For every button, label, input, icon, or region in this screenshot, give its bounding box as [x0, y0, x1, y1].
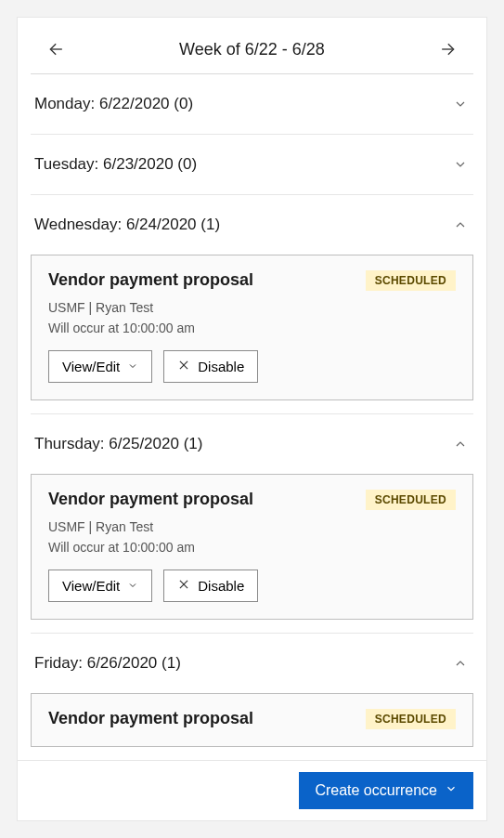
schedule-panel: Week of 6/22 - 6/28 Monday: 6/22/2020 (0… — [17, 17, 487, 821]
chevron-down-icon — [127, 578, 138, 594]
day-section: Monday: 6/22/2020 (0) — [31, 74, 473, 135]
disable-button[interactable]: Disable — [163, 570, 258, 602]
chevron-up-icon — [453, 656, 468, 671]
week-navigator: Week of 6/22 - 6/28 — [18, 18, 486, 73]
arrow-left-icon — [47, 40, 66, 59]
status-badge: SCHEDULED — [366, 490, 456, 510]
occurrence-card: Vendor payment proposal SCHEDULED USMF |… — [31, 255, 473, 400]
day-label: Monday: 6/22/2020 (0) — [34, 95, 193, 113]
view-edit-button[interactable]: View/Edit — [48, 350, 152, 383]
chevron-up-icon — [453, 217, 468, 232]
occurrence-card: Vendor payment proposal SCHEDULED USMF |… — [31, 474, 473, 620]
chevron-up-icon — [453, 437, 468, 452]
create-occurrence-label: Create occurrence — [315, 782, 437, 799]
day-label: Wednesday: 6/24/2020 (1) — [34, 216, 220, 234]
view-edit-label: View/Edit — [62, 359, 120, 374]
close-icon — [177, 578, 190, 594]
disable-label: Disable — [198, 578, 244, 594]
occurrence-subtitle: USMF | Ryan Test — [48, 519, 456, 534]
status-badge: SCHEDULED — [366, 270, 456, 291]
status-badge: SCHEDULED — [366, 709, 456, 729]
day-label: Thursday: 6/25/2020 (1) — [34, 435, 202, 453]
disable-button[interactable]: Disable — [163, 350, 258, 383]
chevron-down-icon — [453, 97, 468, 111]
day-header-toggle[interactable]: Wednesday: 6/24/2020 (1) — [31, 195, 473, 255]
occurrence-time: Will occur at 10:00:00 am — [48, 540, 456, 555]
day-section: Thursday: 6/25/2020 (1) Vendor payment p… — [31, 414, 473, 634]
chevron-down-icon — [453, 157, 468, 172]
occurrence-title: Vendor payment proposal — [48, 709, 253, 728]
week-title: Week of 6/22 - 6/28 — [179, 40, 325, 59]
day-section: Friday: 6/26/2020 (1) Vendor payment pro… — [31, 634, 473, 760]
day-label: Friday: 6/26/2020 (1) — [34, 654, 181, 673]
close-icon — [177, 359, 190, 374]
day-label: Tuesday: 6/23/2020 (0) — [34, 155, 197, 174]
view-edit-button[interactable]: View/Edit — [48, 570, 152, 602]
day-header-toggle[interactable]: Tuesday: 6/23/2020 (0) — [31, 135, 473, 194]
day-section: Tuesday: 6/23/2020 (0) — [31, 135, 473, 195]
day-header-toggle[interactable]: Monday: 6/22/2020 (0) — [31, 74, 473, 134]
footer-bar: Create occurrence — [18, 760, 486, 820]
occurrence-title: Vendor payment proposal — [48, 490, 253, 509]
occurrence-card: Vendor payment proposal SCHEDULED — [31, 693, 473, 747]
day-section: Wednesday: 6/24/2020 (1) Vendor payment … — [31, 195, 473, 414]
day-header-toggle[interactable]: Friday: 6/26/2020 (1) — [31, 634, 473, 693]
next-week-button[interactable] — [436, 38, 459, 60]
disable-label: Disable — [198, 359, 244, 374]
occurrence-title: Vendor payment proposal — [48, 270, 253, 290]
day-header-toggle[interactable]: Thursday: 6/25/2020 (1) — [31, 414, 473, 474]
occurrence-time: Will occur at 10:00:00 am — [48, 321, 456, 335]
occurrence-subtitle: USMF | Ryan Test — [48, 300, 456, 315]
arrow-right-icon — [438, 40, 457, 59]
create-occurrence-button[interactable]: Create occurrence — [299, 772, 473, 809]
chevron-down-icon — [127, 359, 138, 374]
day-list-scroll[interactable]: Monday: 6/22/2020 (0) Tuesday: 6/23/2020… — [18, 74, 486, 760]
view-edit-label: View/Edit — [62, 578, 120, 594]
prev-week-button[interactable] — [45, 38, 68, 60]
chevron-down-icon — [445, 782, 458, 799]
